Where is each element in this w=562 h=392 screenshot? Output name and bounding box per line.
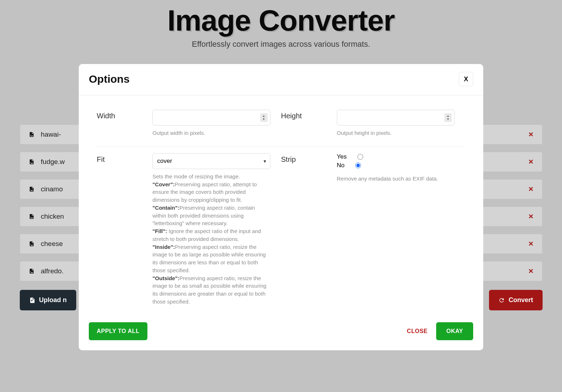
height-input[interactable] — [337, 110, 455, 126]
fit-label: Fit — [97, 153, 152, 306]
strip-yes-label: Yes — [337, 153, 347, 160]
apply-to-all-button[interactable]: APPLY TO ALL — [89, 322, 147, 340]
fit-help: Sets the mode of resizing the image."Cov… — [152, 173, 270, 306]
strip-label: Strip — [281, 153, 337, 306]
close-button[interactable]: CLOSE — [407, 328, 428, 334]
strip-no-radio[interactable] — [355, 163, 361, 168]
modal-overlay: Options X Width ▲▼ Output width in pixel… — [0, 0, 562, 392]
okay-button[interactable]: OKAY — [436, 322, 473, 340]
number-spinner-icon[interactable]: ▲▼ — [260, 113, 268, 122]
number-spinner-icon[interactable]: ▲▼ — [444, 113, 452, 122]
height-help: Output height in pixels. — [337, 129, 455, 137]
strip-yes-radio[interactable] — [357, 154, 363, 160]
fit-select[interactable]: covercontainfillinsideoutside — [152, 153, 270, 169]
close-button-x[interactable]: X — [459, 72, 473, 86]
width-input[interactable] — [152, 110, 270, 126]
width-label: Width — [97, 110, 152, 137]
strip-help: Remove any metadata such as EXIF data. — [337, 175, 455, 183]
width-help: Output width in pixels. — [152, 129, 270, 137]
height-label: Height — [281, 110, 337, 137]
options-modal: Options X Width ▲▼ Output width in pixel… — [79, 64, 483, 350]
strip-no-label: No — [337, 162, 345, 169]
modal-title: Options — [89, 73, 129, 85]
